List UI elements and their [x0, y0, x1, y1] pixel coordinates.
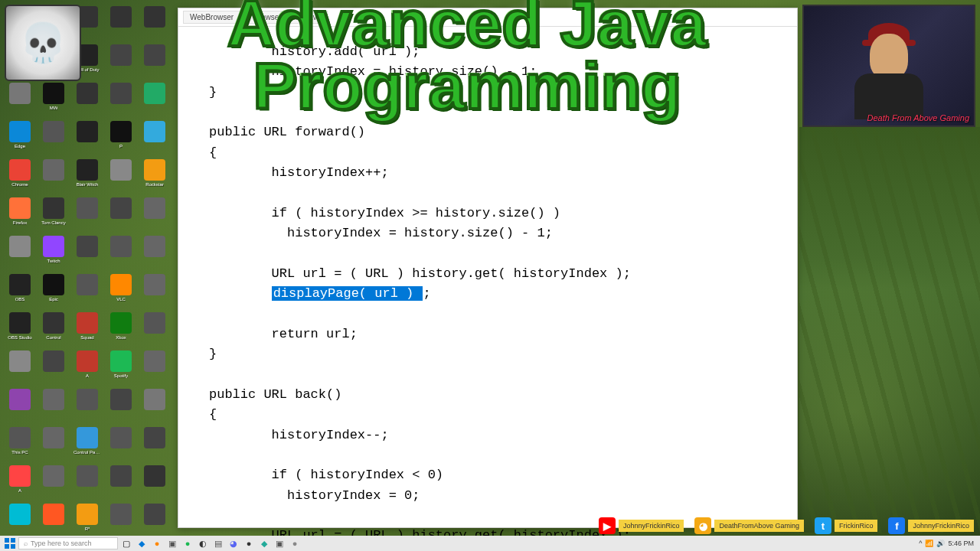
- code-line[interactable]: public URL forward(): [209, 122, 797, 142]
- code-line[interactable]: [209, 445, 797, 465]
- taskbar-app-icon[interactable]: ●: [242, 537, 256, 549]
- code-line[interactable]: historyIndex--;: [209, 425, 797, 445]
- desktop-shortcut[interactable]: [141, 197, 168, 228]
- desktop-shortcut[interactable]: Xbox: [107, 312, 135, 343]
- code-line[interactable]: }: [209, 344, 797, 364]
- social-discord-link[interactable]: ◕ DeathFromAbove Gaming: [691, 516, 810, 536]
- taskbar-app-icon[interactable]: ◕: [227, 537, 240, 549]
- selected-code[interactable]: displayPage( url ): [272, 286, 423, 301]
- desktop-shortcut[interactable]: [141, 350, 168, 381]
- windows-taskbar[interactable]: ⌕ Type here to search ▢ ◆ ● ▣ ● ◐ ▤ ◕ ● …: [0, 536, 980, 551]
- desktop-shortcut[interactable]: [40, 159, 67, 190]
- desktop-shortcut[interactable]: [107, 197, 135, 228]
- desktop-shortcut[interactable]: [107, 427, 135, 458]
- desktop-shortcut[interactable]: [40, 350, 67, 381]
- social-facebook-link[interactable]: f JohnnyFrickinRico: [885, 516, 980, 536]
- taskbar-app-icon[interactable]: ▣: [273, 537, 286, 549]
- desktop-shortcut[interactable]: [6, 389, 34, 419]
- desktop-shortcut[interactable]: Chrome: [6, 159, 34, 190]
- tray-clock[interactable]: 5:46 PM: [948, 540, 974, 547]
- desktop-shortcut[interactable]: OBS Studio: [6, 312, 34, 343]
- desktop-shortcut[interactable]: [107, 6, 135, 37]
- desktop-shortcut[interactable]: P: [107, 121, 135, 152]
- desktop-shortcut[interactable]: [107, 389, 135, 419]
- desktop-shortcut[interactable]: A: [74, 350, 101, 381]
- code-line[interactable]: return url;: [209, 324, 797, 344]
- desktop-shortcut[interactable]: Squad: [74, 312, 101, 343]
- desktop-shortcut[interactable]: [107, 83, 135, 113]
- social-twitter-link[interactable]: t FrickinRico: [812, 516, 884, 536]
- code-line[interactable]: history.add( url );: [209, 42, 797, 62]
- editor-code-area[interactable]: history.add( url ); historyIndex = histo…: [178, 27, 797, 551]
- desktop-shortcut[interactable]: [74, 121, 101, 152]
- code-line[interactable]: }: [209, 83, 797, 103]
- editor-tab-2[interactable]: BrowserHistory.java: [247, 11, 328, 24]
- desktop-shortcut[interactable]: [141, 274, 168, 305]
- desktop-shortcut[interactable]: [141, 389, 168, 419]
- code-line[interactable]: historyIndex = history.size() - 1;: [209, 223, 797, 243]
- code-line[interactable]: public URL back(): [209, 385, 797, 405]
- desktop-shortcut[interactable]: [107, 236, 135, 266]
- code-line[interactable]: {: [209, 405, 797, 425]
- taskbar-tray[interactable]: ^ 📶 🔊 5:46 PM: [919, 540, 977, 547]
- desktop-shortcut[interactable]: [74, 274, 101, 305]
- desktop-shortcut[interactable]: [141, 465, 168, 496]
- desktop-shortcut[interactable]: [6, 504, 34, 534]
- taskbar-app-icon[interactable]: ●: [150, 537, 164, 549]
- desktop-shortcut[interactable]: [74, 465, 101, 496]
- desktop-shortcut[interactable]: Tom Clancy: [40, 197, 67, 228]
- desktop-shortcut[interactable]: OBS: [6, 274, 34, 305]
- editor-titlebar[interactable]: WebBrowser BrowserHistory.java: [178, 8, 797, 27]
- desktop-shortcut[interactable]: Control Panel: [74, 427, 101, 458]
- desktop-shortcut[interactable]: [141, 427, 168, 458]
- code-line[interactable]: [209, 183, 797, 203]
- desktop-shortcut[interactable]: [141, 236, 168, 266]
- code-line[interactable]: historyIndex++;: [209, 163, 797, 183]
- desktop-shortcut[interactable]: Twitch: [40, 236, 67, 266]
- desktop-shortcut[interactable]: Blair Witch: [74, 159, 101, 190]
- code-line[interactable]: historyIndex = 0;: [209, 486, 797, 506]
- tray-volume-icon[interactable]: 🔊: [936, 540, 945, 547]
- desktop-shortcut[interactable]: [141, 6, 168, 37]
- desktop-shortcut[interactable]: Epic: [40, 274, 67, 305]
- taskbar-app-icon[interactable]: ●: [288, 537, 302, 549]
- code-line[interactable]: historyIndex = history.size() - 1;: [209, 62, 797, 82]
- code-line[interactable]: if ( historyIndex >= history.size() ): [209, 204, 797, 223]
- desktop-shortcut[interactable]: Control: [40, 312, 67, 343]
- taskbar-app-icon[interactable]: ▤: [211, 537, 225, 549]
- taskbar-app-icon[interactable]: ●: [181, 537, 194, 549]
- desktop-shortcut[interactable]: [40, 504, 67, 534]
- desktop-shortcut[interactable]: [6, 236, 34, 266]
- tray-chevron-icon[interactable]: ^: [919, 540, 922, 547]
- desktop-shortcut[interactable]: [6, 350, 34, 381]
- code-line[interactable]: {: [209, 143, 797, 163]
- desktop-shortcut[interactable]: [141, 504, 168, 534]
- desktop-shortcut[interactable]: [107, 44, 135, 75]
- desktop-shortcut[interactable]: [141, 121, 168, 152]
- desktop-shortcut[interactable]: [107, 504, 135, 534]
- social-youtube-link[interactable]: ▶ JohnnyFrickinRico: [596, 516, 691, 536]
- desktop-shortcut[interactable]: [40, 465, 67, 496]
- desktop-shortcut[interactable]: This PC: [6, 427, 34, 458]
- desktop-shortcut[interactable]: [74, 236, 101, 266]
- desktop-shortcut[interactable]: [40, 389, 67, 419]
- taskbar-app-icon[interactable]: ▣: [165, 537, 179, 549]
- desktop-shortcut[interactable]: [40, 121, 67, 152]
- desktop-shortcut[interactable]: R*: [74, 504, 101, 534]
- taskbar-app-icon[interactable]: ◆: [135, 537, 149, 549]
- desktop-shortcut[interactable]: [141, 312, 168, 343]
- desktop-shortcut[interactable]: MW: [40, 83, 67, 113]
- desktop-shortcut[interactable]: Rockstar: [141, 159, 168, 190]
- taskbar-app-icon[interactable]: ◐: [196, 537, 210, 549]
- start-button[interactable]: [3, 537, 17, 549]
- desktop-shortcut[interactable]: [74, 389, 101, 419]
- desktop-shortcut[interactable]: [6, 83, 34, 113]
- code-line[interactable]: displayPage( url ) ;: [209, 284, 797, 304]
- tray-network-icon[interactable]: 📶: [925, 540, 933, 547]
- desktop-shortcut[interactable]: [141, 44, 168, 75]
- code-line[interactable]: [209, 365, 797, 385]
- taskbar-app-icon[interactable]: ◆: [257, 537, 271, 549]
- desktop-shortcut[interactable]: [141, 83, 168, 113]
- taskbar-search-box[interactable]: ⌕ Type here to search: [18, 537, 118, 549]
- code-line[interactable]: [209, 243, 797, 263]
